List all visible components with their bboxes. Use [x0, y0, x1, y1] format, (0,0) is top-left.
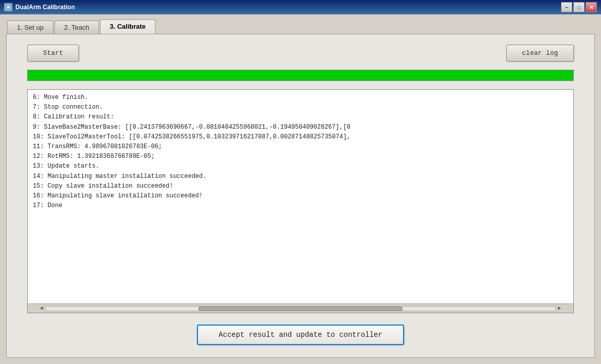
tab-teach[interactable]: 2. Teach [54, 21, 99, 34]
h-scroll-thumb[interactable] [198, 307, 403, 311]
progress-bar-fill [28, 70, 573, 80]
main-window: 1. Set up 2. Teach 3. Calibrate Start cl… [0, 14, 601, 364]
log-container: 6: Move finish. 7: Stop connection. 8: C… [27, 89, 574, 313]
scroll-left-arrow[interactable]: ◄ [38, 306, 45, 311]
accept-row: Accept result and update to controller [22, 321, 579, 347]
log-text-area[interactable]: 6: Move finish. 7: Stop connection. 8: C… [28, 90, 573, 304]
tab-calibrate[interactable]: 3. Calibrate [100, 19, 155, 34]
clear-log-button[interactable]: clear log [506, 45, 574, 62]
content-area: Start clear log 6: Move finish. 7: Stop … [6, 34, 595, 358]
title-buttons: – □ ✕ [561, 2, 597, 12]
tab-bar: 1. Set up 2. Teach 3. Calibrate [3, 17, 598, 34]
horizontal-scrollbar[interactable]: ◄ ► [28, 304, 573, 313]
title-bar-left: ★ DualArm Calibration [4, 3, 75, 11]
start-button[interactable]: Start [27, 45, 79, 62]
close-button[interactable]: ✕ [586, 2, 597, 12]
accept-button[interactable]: Accept result and update to controller [197, 325, 404, 345]
maximize-button[interactable]: □ [573, 2, 585, 12]
h-scroll-track[interactable] [45, 306, 556, 311]
minimize-button[interactable]: – [561, 2, 572, 12]
tab-setup[interactable]: 1. Set up [7, 21, 53, 34]
window-title: DualArm Calibration [15, 4, 75, 11]
progress-bar-container [27, 70, 574, 81]
scroll-right-arrow[interactable]: ► [556, 306, 563, 311]
button-row: Start clear log [22, 45, 579, 62]
app-icon: ★ [4, 3, 12, 11]
title-bar: ★ DualArm Calibration – □ ✕ [0, 0, 601, 14]
